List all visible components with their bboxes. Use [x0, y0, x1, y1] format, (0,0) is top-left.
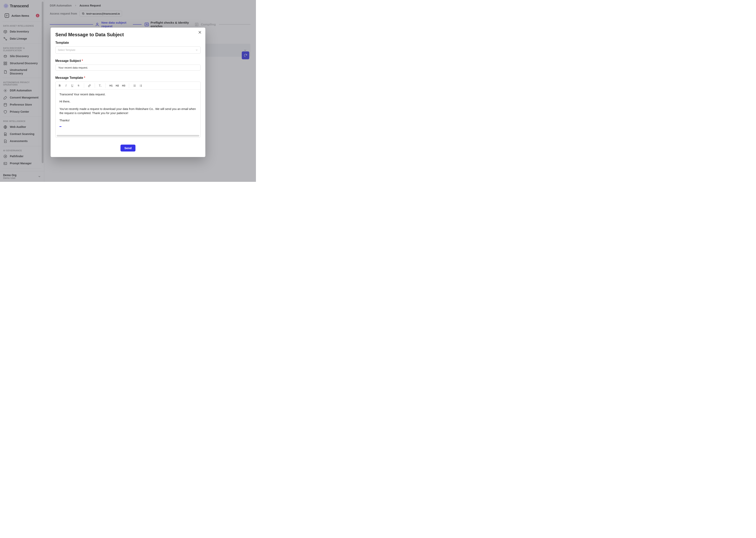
send-message-modal: Send Message to Data Subject Template Se…	[51, 27, 205, 157]
modal-title: Send Message to Data Subject	[55, 32, 201, 37]
h3-button[interactable]: H3	[121, 83, 126, 89]
svg-text:3: 3	[139, 86, 140, 87]
chevron-down-icon	[195, 49, 198, 51]
italic-button[interactable]: I	[63, 83, 69, 89]
h2-button[interactable]: H2	[115, 83, 120, 89]
close-button[interactable]	[198, 30, 203, 35]
subject-input[interactable]	[55, 65, 201, 71]
strike-button[interactable]: S	[75, 83, 81, 89]
body-label: Message Template	[55, 76, 201, 80]
send-button[interactable]: Send	[120, 144, 136, 151]
editor-body[interactable]: Transcend Your recent data request. Hi t…	[56, 90, 200, 135]
svg-point-28	[133, 85, 134, 86]
svg-point-27	[133, 85, 134, 85]
editor-cursor	[60, 126, 62, 127]
editor-line: Hi there,	[60, 100, 197, 103]
bullet-list-button[interactable]	[131, 83, 137, 89]
ordered-list-button[interactable]: 123	[138, 83, 144, 89]
link-button[interactable]	[86, 83, 92, 89]
underline-button[interactable]: U	[69, 83, 75, 89]
editor-toolbar: B I U S T× H1 H2 H3	[56, 82, 200, 90]
editor-line: Thanks!	[60, 119, 197, 122]
template-select[interactable]: Select Template	[55, 46, 201, 54]
message-editor: B I U S T× H1 H2 H3	[55, 81, 201, 137]
bold-button[interactable]: B	[57, 83, 63, 89]
editor-line: Transcend Your recent data request.	[60, 93, 197, 96]
clear-format-button[interactable]: T×	[97, 83, 103, 89]
svg-point-29	[133, 86, 134, 87]
template-placeholder: Select Template	[58, 49, 75, 51]
editor-paragraph: You've recently made a request to downlo…	[60, 107, 197, 115]
template-label: Template	[55, 41, 201, 44]
modal-overlay[interactable]: Send Message to Data Subject Template Se…	[0, 0, 256, 182]
subject-label: Message Subject	[55, 59, 201, 63]
h1-button[interactable]: H1	[108, 83, 114, 89]
editor-scrollbar[interactable]	[57, 135, 199, 136]
